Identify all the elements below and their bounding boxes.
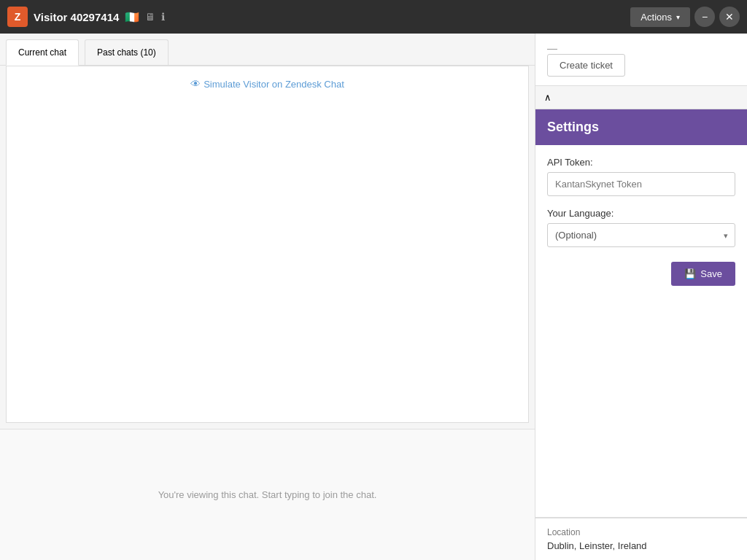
- save-label: Save: [700, 268, 722, 279]
- chat-area: 👁 Simulate Visitor on Zendesk Chat: [6, 66, 529, 423]
- section-dash: —: [547, 42, 557, 54]
- simulate-link[interactable]: 👁 Simulate Visitor on Zendesk Chat: [190, 78, 344, 90]
- settings-collapse-bar[interactable]: ∧: [535, 86, 747, 109]
- top-bar: Z Visitor 40297414 🇮🇪 🖥 ℹ Actions ▾ − ✕: [0, 0, 747, 34]
- tab-current-chat[interactable]: Current chat: [6, 39, 79, 66]
- tab-past-chats-label: Past chats (10): [97, 47, 156, 58]
- flag-icon: 🇮🇪: [125, 10, 139, 24]
- input-hint-text: You're viewing this chat. Start typing t…: [158, 489, 377, 500]
- language-select-wrap: (Optional) English French German Spanish…: [547, 223, 735, 247]
- create-ticket-section: — Create ticket: [535, 34, 747, 86]
- save-disk-icon: 💾: [684, 268, 696, 279]
- location-section: Location Dublin, Leinster, Ireland: [535, 518, 747, 560]
- tab-current-chat-label: Current chat: [18, 47, 66, 58]
- main-layout: Current chat Past chats (10) 👁 Simulate …: [0, 34, 747, 560]
- settings-header: Settings: [535, 109, 747, 145]
- actions-button[interactable]: Actions ▾: [630, 7, 690, 27]
- tab-past-chats[interactable]: Past chats (10): [85, 39, 169, 65]
- language-select[interactable]: (Optional) English French German Spanish: [547, 223, 735, 247]
- visitor-title: Visitor 40297414: [34, 11, 119, 23]
- chat-messages: 👁 Simulate Visitor on Zendesk Chat: [7, 66, 528, 422]
- settings-body: API Token: Your Language: (Optional) Eng…: [535, 145, 747, 298]
- info-icon: ℹ: [161, 11, 165, 23]
- close-icon: ✕: [725, 11, 734, 23]
- collapse-icon: ∧: [544, 92, 551, 103]
- monitor-icon: 🖥: [145, 11, 155, 23]
- eye-icon: 👁: [190, 78, 201, 90]
- save-button[interactable]: 💾 Save: [671, 262, 735, 286]
- api-token-label: API Token:: [547, 157, 735, 168]
- language-label: Your Language:: [547, 208, 735, 219]
- top-bar-right: Actions ▾ − ✕: [630, 7, 740, 27]
- tabs-bar: Current chat Past chats (10): [0, 34, 535, 66]
- top-bar-left: Z Visitor 40297414 🇮🇪 🖥 ℹ: [7, 7, 165, 27]
- app-logo: Z: [7, 7, 28, 27]
- create-ticket-button[interactable]: Create ticket: [547, 54, 625, 77]
- api-token-input[interactable]: [547, 172, 735, 196]
- location-title: Location: [547, 527, 735, 537]
- settings-section: Settings API Token: Your Language: (Opti…: [535, 109, 747, 518]
- actions-label: Actions: [640, 12, 672, 23]
- minimize-icon: −: [702, 11, 708, 23]
- logo-letter: Z: [15, 11, 21, 23]
- settings-title: Settings: [547, 120, 599, 134]
- minimize-button[interactable]: −: [694, 7, 715, 27]
- close-button[interactable]: ✕: [719, 7, 740, 27]
- location-value: Dublin, Leinster, Ireland: [547, 540, 735, 551]
- simulate-link-text: Simulate Visitor on Zendesk Chat: [204, 79, 344, 90]
- chevron-down-icon: ▾: [676, 13, 680, 21]
- right-panel: — Create ticket ∧ Settings API Token: Yo…: [535, 34, 747, 560]
- save-row: 💾 Save: [547, 262, 735, 286]
- create-ticket-label: Create ticket: [560, 60, 613, 71]
- chat-input-area[interactable]: You're viewing this chat. Start typing t…: [0, 429, 535, 560]
- left-panel: Current chat Past chats (10) 👁 Simulate …: [0, 34, 535, 560]
